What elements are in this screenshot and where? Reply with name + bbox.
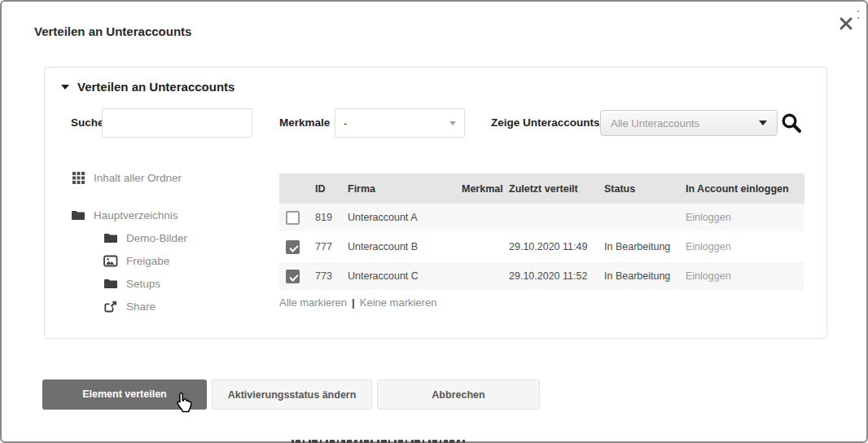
cell-status: In Bearbeitung [601, 241, 682, 252]
column-header: Merkmal [458, 183, 506, 195]
clipped-background-text [292, 440, 465, 443]
tree-item[interactable]: Freigabe [71, 249, 187, 272]
distribute-element-button[interactable]: Element verteilen [42, 379, 207, 410]
tree-item[interactable]: Demo-Bilder [71, 226, 187, 249]
tree-item-label: Inhalt aller Ordner [94, 172, 182, 184]
column-header: Firma [344, 183, 458, 195]
folder-icon [103, 278, 118, 289]
subaccounts-table: IDFirmaMerkmalZuletzt verteiltStatusIn A… [279, 173, 804, 309]
collapse-arrow-icon [61, 85, 69, 90]
tree-item-label: Setups [126, 278, 160, 290]
panel-title: Verteilen an Unteraccounts [77, 80, 235, 94]
grid-icon [71, 172, 85, 184]
table-header: IDFirmaMerkmalZuletzt verteiltStatusIn A… [279, 173, 804, 204]
row-checkbox[interactable] [286, 270, 300, 283]
filter-bar: Suche Merkmale - Zeige Unteraccounts All… [45, 108, 826, 138]
search-icon[interactable] [780, 112, 803, 134]
cell-login[interactable]: Einloggen [682, 270, 804, 282]
cell-zuletzt-verteilt: 29.10.2020 11:52 [506, 270, 601, 282]
merkmale-select[interactable]: - [335, 108, 465, 138]
share-icon [103, 300, 118, 313]
column-header: Status [601, 183, 682, 195]
tree-item[interactable]: Hauptverzeichnis [71, 204, 187, 226]
tree-item[interactable]: Inhalt aller Ordner [71, 166, 187, 189]
tree-item[interactable]: Setups [71, 272, 187, 295]
cell-firma: Unteraccount C [344, 270, 458, 282]
dialog-title: Verteilen an Unteraccounts [34, 24, 191, 38]
row-checkbox[interactable] [286, 240, 300, 254]
zeige-unteraccounts-label: Zeige Unteraccounts [491, 108, 600, 138]
search-label: Suche [71, 108, 104, 138]
activation-status-button[interactable]: Aktivierungsstatus ändern [212, 379, 372, 410]
cell-zuletzt-verteilt: 29.10.2020 11:49 [506, 241, 601, 252]
checkbox-cell [279, 240, 312, 254]
table-row: 777Unteraccount B29.10.2020 11:49In Bear… [279, 233, 804, 261]
cell-id: 773 [312, 270, 344, 282]
select-all-link[interactable]: Alle markieren [279, 296, 347, 309]
cell-firma: Unteraccount A [344, 212, 458, 223]
cell-login[interactable]: Einloggen [682, 241, 804, 252]
table-row: 819Unteraccount AEinloggen [279, 204, 804, 231]
row-checkbox[interactable] [286, 211, 300, 225]
folder-icon [71, 209, 85, 221]
scrollbar-dots [857, 11, 859, 24]
chevron-down-icon [759, 121, 767, 125]
tree-item[interactable]: Share [71, 295, 187, 318]
cell-status: In Bearbeitung [601, 270, 682, 282]
select-none-link[interactable]: Keine markieren [360, 296, 437, 309]
cell-id: 819 [312, 212, 344, 223]
cancel-button[interactable]: Abbrechen [377, 379, 540, 410]
merkmale-label: Merkmale [279, 108, 330, 138]
distribute-panel: Verteilen an Unteraccounts Suche Merkmal… [44, 67, 827, 339]
merkmale-selected-value: - [344, 117, 347, 129]
folder-tree: Inhalt aller OrdnerHauptverzeichnisDemo-… [71, 166, 187, 318]
tree-item-label: Share [126, 300, 156, 313]
zeige-selected-value: Alle Unteraccounts [611, 117, 699, 129]
column-header: Zuletzt verteilt [506, 183, 601, 195]
panel-collapse-header[interactable]: Verteilen an Unteraccounts [61, 80, 235, 94]
folder-icon [103, 232, 118, 243]
selection-links: Alle markieren|Keine markieren [279, 296, 804, 309]
cell-firma: Unteraccount B [344, 241, 458, 252]
tree-item-label: Freigabe [126, 255, 169, 267]
tree-item-label: Demo-Bilder [126, 232, 187, 244]
close-icon[interactable] [837, 15, 855, 33]
chevron-down-icon [449, 121, 456, 125]
zeige-unteraccounts-select[interactable]: Alle Unteraccounts [600, 110, 778, 136]
table-row: 773Unteraccount C29.10.2020 11:52In Bear… [279, 262, 804, 290]
column-header: ID [312, 183, 344, 195]
cell-id: 777 [312, 241, 344, 252]
search-input[interactable] [102, 108, 252, 138]
column-header: In Account einloggen [682, 183, 804, 195]
dialog-window: Verteilen an Unteraccounts Verteilen an … [0, 0, 868, 443]
cell-login[interactable]: Einloggen [682, 212, 804, 223]
checkbox-cell [279, 270, 312, 283]
link-separator: | [352, 296, 355, 309]
checkbox-cell [279, 211, 312, 225]
table-body: 819Unteraccount AEinloggen777Unteraccoun… [279, 204, 804, 290]
image-icon [103, 255, 118, 267]
tree-item-label: Hauptverzeichnis [94, 209, 178, 222]
